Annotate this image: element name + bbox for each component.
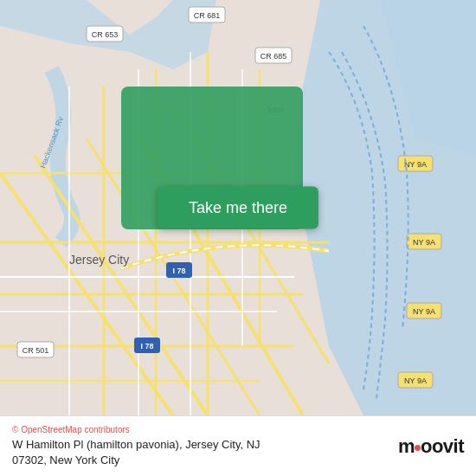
address-line1: W Hamilton Pl (hamilton pavonia), Jersey…: [12, 438, 261, 451]
moovit-logo-text: oovit: [421, 435, 464, 457]
moovit-dot: [415, 445, 421, 451]
svg-text:I 78: I 78: [172, 267, 185, 275]
svg-text:NY 9A: NY 9A: [413, 307, 435, 316]
info-bar: © OpenStreetMap contributors W Hamilton …: [0, 415, 476, 476]
take-me-there-button[interactable]: Take me there: [158, 187, 318, 229]
address-line2: 07302, New York City: [12, 453, 119, 466]
svg-text:CR 501: CR 501: [23, 346, 49, 355]
svg-text:CR 685: CR 685: [261, 52, 287, 61]
address-block: © OpenStreetMap contributors W Hamilton …: [12, 425, 389, 467]
svg-text:Jersey City: Jersey City: [69, 253, 129, 267]
svg-text:I 78: I 78: [140, 342, 153, 351]
svg-text:NY 9A: NY 9A: [404, 160, 427, 169]
svg-text:NY 9A: NY 9A: [413, 238, 435, 247]
svg-text:CR 653: CR 653: [92, 30, 119, 39]
address-text: W Hamilton Pl (hamilton pavonia), Jersey…: [12, 437, 389, 467]
map-view: CR 681 CR 653 CR 685 CR 501 I 78 I 78 NY…: [0, 0, 476, 415]
svg-text:NY 9A: NY 9A: [404, 376, 427, 385]
moovit-logo: moovit: [398, 437, 464, 456]
moovit-brand-text: moovit: [398, 437, 464, 456]
copyright-text: © OpenStreetMap contributors: [12, 425, 389, 434]
svg-text:CR 681: CR 681: [194, 11, 221, 20]
